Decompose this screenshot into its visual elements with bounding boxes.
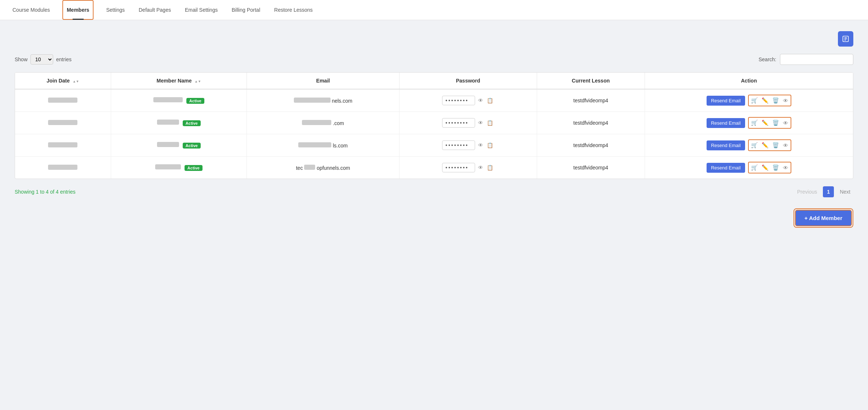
next-button[interactable]: Next — [837, 187, 853, 196]
join-date-cell — [15, 89, 111, 112]
action-group: Resend Email 🛒 ✏️ 🗑️ 👁 — [651, 139, 847, 151]
password-input[interactable] — [442, 118, 475, 128]
resend-email-button[interactable]: Resend Email — [707, 118, 745, 128]
resend-email-button[interactable]: Resend Email — [707, 96, 745, 106]
resend-email-button[interactable]: Resend Email — [707, 140, 745, 150]
action-icons-highlight: 🛒 ✏️ 🗑️ 👁 — [748, 117, 791, 129]
previous-button[interactable]: Previous — [794, 187, 820, 196]
action-icons-highlight: 🛒 ✏️ 🗑️ 👁 — [748, 139, 791, 151]
show-password-button[interactable]: 👁 — [477, 142, 484, 149]
table-row: Active nels.com 👁 📋 testdf — [15, 89, 853, 112]
nav-course-modules[interactable]: Course Modules — [11, 0, 51, 20]
show-password-button[interactable]: 👁 — [477, 119, 484, 127]
current-lesson-cell: testdfvideomp4 — [537, 112, 645, 134]
col-member-name[interactable]: Member Name ▲▼ — [111, 73, 247, 89]
entries-label: entries — [56, 56, 72, 62]
add-member-button[interactable]: + Add Member — [795, 210, 852, 226]
member-name-cell: Active — [111, 134, 247, 157]
cart-icon-button[interactable]: 🛒 — [750, 141, 759, 149]
delete-icon-button[interactable]: 🗑️ — [771, 119, 780, 127]
current-lesson-cell: testdfvideomp4 — [537, 89, 645, 112]
show-password-button[interactable]: 👁 — [477, 97, 484, 104]
edit-icon-button[interactable]: ✏️ — [761, 119, 770, 127]
view-icon-button[interactable]: 👁 — [782, 141, 789, 149]
cart-icon-button[interactable]: 🛒 — [750, 164, 759, 172]
status-badge: Active — [185, 165, 203, 171]
email-prefix-text: tec — [296, 165, 303, 171]
resend-email-button[interactable]: Resend Email — [707, 163, 745, 173]
nav-restore-lessons[interactable]: Restore Lessons — [273, 0, 314, 20]
password-field: 👁 📋 — [405, 163, 531, 172]
action-group: Resend Email 🛒 ✏️ 🗑️ 👁 — [651, 95, 847, 106]
email-cell: .com — [247, 112, 400, 134]
email-suffix: opfunnels.com — [317, 165, 350, 171]
search-input[interactable] — [780, 54, 853, 65]
delete-icon-button[interactable]: 🗑️ — [771, 141, 780, 149]
member-name-blurred — [155, 164, 181, 169]
bottom-bar: + Add Member — [15, 208, 853, 228]
export-icon — [842, 35, 849, 43]
table-row: Active tec opfunnels.com 👁 📋 — [15, 157, 853, 179]
current-lesson: testdfvideomp4 — [573, 120, 608, 126]
showing-entries-text: Showing 1 to 4 of 4 entries — [15, 189, 76, 195]
status-badge: Active — [183, 120, 201, 126]
email-suffix: .com — [333, 120, 344, 126]
table-row: Active .com 👁 📋 testdfvide — [15, 112, 853, 134]
nav-billing-portal[interactable]: Billing Portal — [230, 0, 262, 20]
nav-default-pages[interactable]: Default Pages — [137, 0, 172, 20]
entries-select[interactable]: 10 25 50 100 — [30, 54, 53, 65]
delete-icon-button[interactable]: 🗑️ — [771, 96, 780, 105]
password-input[interactable] — [442, 96, 475, 105]
action-cell: Resend Email 🛒 ✏️ 🗑️ 👁 — [645, 157, 853, 179]
nav-email-settings[interactable]: Email Settings — [183, 0, 219, 20]
show-label: Show — [15, 56, 28, 62]
copy-password-button[interactable]: 📋 — [486, 97, 494, 104]
member-name-blurred — [157, 142, 179, 147]
controls-row: Show 10 25 50 100 entries Search: — [15, 54, 853, 65]
join-date-blurred — [48, 120, 77, 125]
view-icon-button[interactable]: 👁 — [782, 96, 789, 105]
action-cell: Resend Email 🛒 ✏️ 🗑️ 👁 — [645, 89, 853, 112]
sort-icon-join-date: ▲▼ — [73, 80, 79, 83]
password-cell: 👁 📋 — [399, 134, 537, 157]
nav-members[interactable]: Members — [62, 0, 94, 20]
edit-icon-button[interactable]: ✏️ — [761, 96, 770, 105]
edit-icon-button[interactable]: ✏️ — [761, 164, 770, 172]
password-cell: 👁 📋 — [399, 112, 537, 134]
copy-password-button[interactable]: 📋 — [486, 142, 494, 149]
col-join-date[interactable]: Join Date ▲▼ — [15, 73, 111, 89]
delete-icon-button[interactable]: 🗑️ — [771, 164, 780, 172]
password-input[interactable] — [442, 140, 475, 150]
export-button[interactable] — [838, 31, 853, 47]
email-blurred — [298, 142, 331, 147]
password-input[interactable] — [442, 163, 475, 172]
copy-password-button[interactable]: 📋 — [486, 119, 494, 127]
cart-icon-button[interactable]: 🛒 — [750, 119, 759, 127]
view-icon-button[interactable]: 👁 — [782, 119, 789, 127]
view-icon-button[interactable]: 👁 — [782, 164, 789, 172]
main-content: Show 10 25 50 100 entries Search: Join D… — [0, 20, 868, 239]
top-navigation: Course Modules Members Settings Default … — [0, 0, 868, 20]
member-name-cell: Active — [111, 112, 247, 134]
status-badge: Active — [186, 98, 204, 104]
email-cell: tec opfunnels.com — [247, 157, 400, 179]
search-bar: Search: — [759, 54, 853, 65]
email-blurred — [304, 165, 315, 170]
member-name-blurred — [157, 120, 179, 125]
footer-row: Showing 1 to 4 of 4 entries Previous 1 N… — [15, 186, 853, 197]
cart-icon-button[interactable]: 🛒 — [750, 96, 759, 105]
show-entries-control: Show 10 25 50 100 entries — [15, 54, 72, 65]
current-lesson-cell: testdfvideomp4 — [537, 157, 645, 179]
current-lesson: testdfvideomp4 — [573, 165, 608, 171]
join-date-cell — [15, 134, 111, 157]
page-number-1[interactable]: 1 — [823, 186, 834, 197]
edit-icon-button[interactable]: ✏️ — [761, 141, 770, 149]
nav-settings[interactable]: Settings — [105, 0, 126, 20]
member-name-cell: Active — [111, 89, 247, 112]
join-date-cell — [15, 157, 111, 179]
sort-icon-member-name: ▲▼ — [194, 80, 201, 83]
show-password-button[interactable]: 👁 — [477, 164, 484, 171]
join-date-blurred — [48, 98, 77, 103]
copy-password-button[interactable]: 📋 — [486, 164, 494, 171]
action-group: Resend Email 🛒 ✏️ 🗑️ 👁 — [651, 117, 847, 129]
